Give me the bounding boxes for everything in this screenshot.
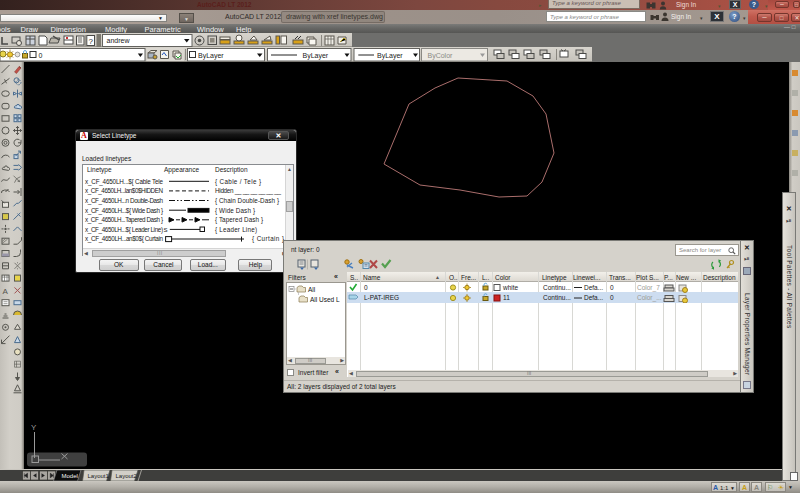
svg-text:Continu...: Continu...	[543, 284, 571, 291]
svg-text:0: 0	[39, 52, 43, 59]
svg-text:x_CF_4650LH...an$0${ Curtain: x_CF_4650LH...an$0${ Curtain	[85, 235, 163, 243]
svg-text:Model: Model	[62, 473, 78, 479]
svg-text:{ Tapered Dash }: { Tapered Dash }	[215, 216, 263, 224]
svg-text:x_CF_4650LH...${ Wide Dash }: x_CF_4650LH...${ Wide Dash }	[85, 207, 163, 215]
svg-text:white: white	[502, 284, 519, 291]
svg-text:Defa...: Defa...	[584, 284, 603, 291]
svg-text:11: 11	[503, 294, 510, 301]
svg-text:Color_7: Color_7	[637, 284, 660, 292]
svg-text:{ Chain Double-Dash }: { Chain Double-Dash }	[215, 197, 279, 205]
svg-text:x_CF_4650LH...Tapered Dash }: x_CF_4650LH...Tapered Dash }	[85, 216, 163, 224]
svg-text:{ Wide Dash }: { Wide Dash }	[215, 207, 255, 215]
svg-text:x_CF_4650LH...lan$0$HIDDEN: x_CF_4650LH...lan$0$HIDDEN	[85, 187, 163, 195]
svg-text:{ Leader Line): { Leader Line)	[215, 226, 257, 234]
svg-text:Hidden __ __ __ __ __ __: Hidden __ __ __ __ __ __	[215, 187, 281, 195]
svg-text:Continu...: Continu...	[543, 294, 571, 301]
svg-text:x_CF_4650LH...${ Cable Tele: x_CF_4650LH...${ Cable Tele	[85, 178, 163, 186]
svg-text:x_CF_4650LH...${ Leader Line): x_CF_4650LH...${ Leader Line)	[85, 226, 163, 234]
svg-text:?: ?	[89, 37, 94, 46]
svg-text:0: 0	[610, 294, 614, 301]
svg-text:x_CF_4650LH...n Double-Dash: x_CF_4650LH...n Double-Dash	[85, 197, 163, 205]
svg-text:0: 0	[364, 284, 368, 291]
svg-text:L-PAT-IREG: L-PAT-IREG	[364, 294, 399, 301]
svg-text:{ Curtain }: { Curtain }	[252, 235, 284, 243]
svg-text:ByLayer: ByLayer	[377, 52, 403, 60]
svg-text:andrew: andrew	[107, 37, 131, 44]
svg-text:S: S	[164, 227, 168, 233]
svg-text:Layout1: Layout1	[88, 473, 110, 479]
svg-text:Y: Y	[31, 423, 37, 432]
svg-text:ByLayer: ByLayer	[303, 52, 329, 60]
svg-text:ByColor: ByColor	[428, 52, 454, 60]
svg-text:A: A	[3, 287, 9, 296]
svg-text:Color_...: Color_...	[637, 294, 662, 302]
svg-text:Defa...: Defa...	[584, 294, 603, 301]
svg-text:{ Cable / Tele }: { Cable / Tele }	[215, 178, 261, 186]
svg-text:Layout2: Layout2	[116, 473, 138, 479]
svg-text:ByLayer: ByLayer	[198, 52, 224, 60]
svg-text:0: 0	[610, 284, 614, 291]
